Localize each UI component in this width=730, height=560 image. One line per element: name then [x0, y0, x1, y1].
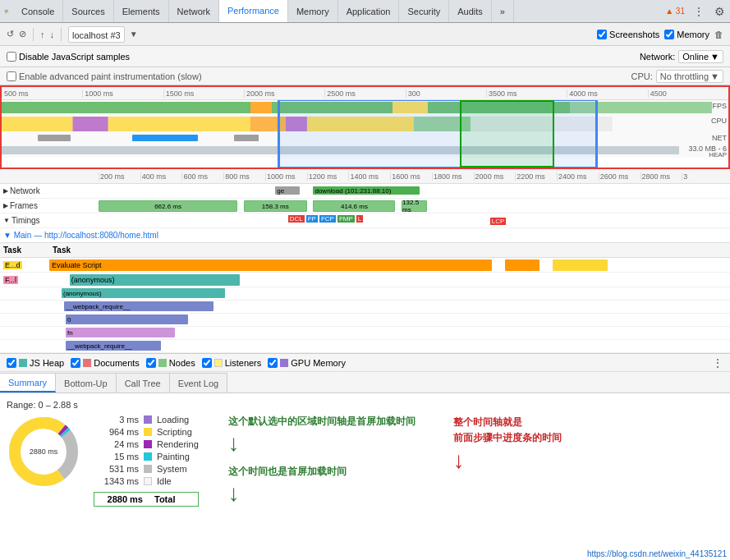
tab-performance[interactable]: Performance — [219, 0, 288, 23]
timings-row-label[interactable]: ▼ Timings — [0, 216, 99, 225]
tab-more[interactable]: » — [492, 0, 514, 23]
perf-toolbar: ↺ ⊘ ↑ ↓ localhost #3 ▼ Screenshots Memor… — [0, 23, 730, 46]
js-heap-checkbox[interactable] — [7, 358, 16, 368]
ruler-2500: 2500 ms — [324, 90, 405, 98]
download-icon[interactable]: ↓ — [50, 30, 55, 39]
screenshots-checkbox-label[interactable]: Screenshots — [597, 30, 659, 39]
secondary-toolbar: Disable JavaScript samples Network: Onli… — [0, 46, 730, 67]
warning-count[interactable]: ▲ 31 — [662, 7, 688, 16]
task-label-f: F...l — [0, 275, 49, 284]
tab-network[interactable]: Network — [169, 0, 219, 23]
tab-call-tree[interactable]: Call Tree — [117, 373, 170, 392]
green-selection[interactable] — [460, 100, 554, 168]
svg-rect-6 — [108, 117, 250, 131]
disable-js-label[interactable]: Disable JavaScript samples — [7, 52, 130, 62]
memory-checkbox[interactable] — [664, 30, 674, 39]
marker-l: L — [356, 215, 363, 223]
bottom-tabs-bar: Summary Bottom-Up Call Tree Event Log — [0, 372, 730, 393]
eval-script-bar3 — [553, 259, 607, 271]
task-col2: Task — [49, 246, 730, 255]
devtools-icon — [0, 5, 13, 18]
webpack1-bar: __webpack_require__ — [64, 301, 213, 311]
memory-checkbox-label[interactable]: Memory — [664, 30, 709, 39]
rb-2400: 2400 ms — [557, 172, 599, 181]
listeners-legend[interactable]: Listeners — [202, 358, 262, 368]
task-col1: Task — [0, 246, 49, 255]
rb-1000: 1000 ms — [265, 172, 307, 181]
advanced-paint-label[interactable]: Enable advanced paint instrumentation (s… — [7, 71, 202, 81]
ruler-3500: 3500 ms — [486, 90, 567, 98]
rendering-color — [144, 440, 152, 448]
documents-legend[interactable]: Documents — [71, 358, 140, 368]
documents-checkbox[interactable] — [71, 358, 80, 368]
network-control: Network: Online ▼ — [640, 50, 723, 63]
timeline-ruler-bottom: 200 ms 400 ms 600 ms 800 ms 1000 ms 1200… — [0, 169, 730, 184]
nodes-checkbox[interactable] — [146, 358, 156, 368]
webpack2-bar: __webpack_require__ — [66, 341, 161, 351]
stat-total: 2880 ms Total — [94, 492, 199, 507]
tab-summary[interactable]: Summary — [0, 373, 56, 392]
net-flame-ge: ge — [275, 186, 300, 195]
timeline-overview[interactable]: 500 ms 1000 ms 1500 ms 2000 ms 2500 ms 3… — [0, 85, 730, 169]
timing-markers: DCL FP FCP FMP L — [288, 215, 364, 223]
more-menu-icon[interactable]: ⋮ — [688, 5, 709, 18]
anon-bar-1: (anonymous) — [70, 274, 240, 286]
task-row-f: F...l (anonymous) — [0, 273, 730, 287]
listeners-checkbox[interactable] — [202, 358, 212, 368]
frames-row-content: 662.6 ms 158.3 ms 414.6 ms 132.5 ms — [99, 199, 730, 213]
network-expand-icon: ▶ — [3, 187, 8, 195]
tab-security[interactable]: Security — [399, 0, 449, 23]
marker-lcp-container: LCP — [490, 215, 507, 225]
main-section-header[interactable]: ▼ Main — http://localhost:8080/home.html — [0, 228, 730, 243]
task-row-anon1: (anonymous) — [0, 287, 730, 301]
tab-console[interactable]: Console — [13, 0, 63, 23]
trash-icon[interactable]: 🗑 — [714, 30, 723, 39]
rb-1800: 1800 ms — [432, 172, 474, 181]
tab-event-log[interactable]: Event Log — [170, 373, 228, 392]
rb-2000: 2000 ms — [474, 172, 516, 181]
frames-row-label[interactable]: ▶ Frames — [0, 201, 99, 210]
selection-left-handle[interactable] — [278, 101, 280, 167]
network-dropdown[interactable]: Online ▼ — [678, 50, 723, 63]
tab-application[interactable]: Application — [338, 0, 400, 23]
tab-elements[interactable]: Elements — [114, 0, 169, 23]
cpu-dropdown[interactable]: No throttling ▼ — [656, 70, 723, 83]
upload-icon[interactable]: ↑ — [40, 30, 45, 39]
task-badge-f: F...l — [3, 276, 18, 284]
ruler-4000: 4000 ms — [567, 90, 647, 98]
selection-right-handle[interactable] — [595, 101, 597, 167]
screenshots-checkbox[interactable] — [597, 30, 607, 39]
fn-bar: fn — [66, 328, 175, 337]
nodes-legend[interactable]: Nodes — [146, 358, 195, 368]
disable-js-checkbox[interactable] — [7, 52, 16, 62]
gpu-memory-checkbox[interactable] — [268, 358, 278, 368]
task-label-evaluate: E...d — [0, 261, 49, 269]
tab-memory[interactable]: Memory — [288, 0, 338, 23]
reload-icon[interactable]: ↺ — [7, 29, 14, 39]
network-row-label[interactable]: ▶ Network — [0, 186, 99, 195]
marker-lcp: LCP — [490, 218, 507, 225]
legend-menu-icon[interactable]: ⋮ — [712, 356, 723, 370]
nodes-color — [158, 359, 167, 367]
cpu-control: CPU: No throttling ▼ — [631, 70, 723, 83]
tab-sources[interactable]: Sources — [63, 0, 113, 23]
settings-icon[interactable]: ⚙ — [709, 5, 730, 18]
net-label: NET — [712, 134, 727, 142]
painting-color — [144, 452, 152, 461]
tab-audits[interactable]: Audits — [449, 0, 492, 23]
annotation-green2: 这个时间也是首屏加载时间 — [228, 465, 416, 479]
task-row-0: 0 — [0, 314, 730, 327]
url-display: localhost #3 — [68, 26, 125, 43]
scripting-color — [144, 428, 152, 436]
tab-bottom-up[interactable]: Bottom-Up — [56, 373, 117, 392]
svg-rect-5 — [73, 117, 108, 131]
summary-content: 2880 ms 3 ms Loading 964 ms Scripting 24… — [7, 415, 723, 507]
stop-icon[interactable]: ⊘ — [19, 29, 26, 39]
rb-1600: 1600 ms — [390, 172, 432, 181]
timings-expand-icon: ▼ — [3, 217, 10, 224]
rb-2800: 2800 ms — [640, 172, 682, 181]
gpu-memory-legend[interactable]: GPU Memory — [268, 358, 346, 368]
loading-color — [144, 415, 152, 424]
advanced-paint-checkbox[interactable] — [7, 71, 16, 81]
js-heap-legend[interactable]: JS Heap — [7, 358, 64, 368]
